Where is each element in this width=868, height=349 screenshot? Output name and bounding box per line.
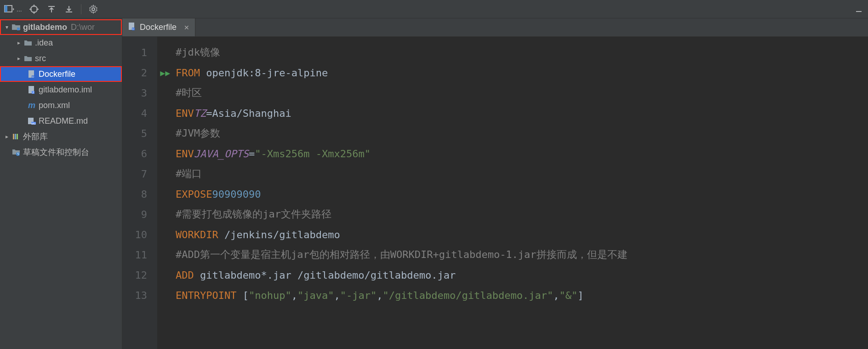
chevron-right-icon[interactable]: ▸ (3, 133, 11, 140)
gutter-line[interactable]: 6 (122, 143, 157, 164)
code-line[interactable]: #需要打包成镜像的jar文件夹路径 (176, 204, 868, 224)
code-line[interactable]: #端口 (176, 164, 868, 184)
code-line[interactable]: ENV TZ=Asia/Shanghai (176, 103, 868, 123)
tree-item-label: 外部库 (23, 131, 48, 142)
project-name-label: gitlabdemo (23, 23, 67, 32)
gutter-line[interactable]: 13 (122, 285, 157, 305)
tree-item-label: 草稿文件和控制台 (23, 147, 89, 158)
toolbar-separator (81, 4, 81, 14)
tree-item-label: gitlabdemo.iml (39, 85, 92, 95)
tree-item-label: .idea (35, 38, 53, 48)
tree-item-label: pom.xml (39, 101, 70, 110)
close-icon[interactable]: ✕ (184, 24, 189, 31)
dockerfile-icon: D (27, 70, 37, 78)
code-line[interactable]: ENV JAVA_OPTS="-Xms256m -Xmx256m" (176, 143, 868, 164)
scratches-icon (11, 149, 21, 156)
svg-rect-25 (17, 134, 18, 139)
code-pane: 12▶▶345678910111213 #jdk镜像FROM openjdk:8… (122, 37, 868, 349)
svg-text:D: D (132, 28, 135, 30)
tree-file-iml[interactable]: J gitlabdemo.iml (0, 82, 122, 97)
code-line[interactable]: #时区 (176, 83, 868, 103)
tree-external-libs[interactable]: ▸ 外部库 (0, 129, 122, 144)
collapse-all-icon[interactable] (63, 4, 74, 15)
maven-icon: m (27, 101, 37, 110)
tree-item-label: Dockerfile (39, 69, 75, 79)
project-path-label: D:\wor (71, 23, 95, 32)
tree-item-label: src (35, 54, 46, 63)
code-line[interactable]: #JVM参数 (176, 123, 868, 143)
project-folder-icon (11, 23, 21, 31)
code-line[interactable]: #jdk镜像 (176, 42, 868, 63)
hide-icon[interactable] (853, 4, 864, 15)
svg-point-11 (92, 8, 95, 11)
svg-rect-1 (5, 6, 7, 12)
code-line[interactable]: EXPOSE 9090 9090 (176, 184, 868, 204)
gutter-line[interactable]: 10 (122, 224, 157, 245)
svg-point-2 (31, 6, 37, 12)
tree-folder-idea[interactable]: ▸ .idea (0, 35, 122, 51)
main-split: ▾ gitlabdemo D:\wor ▸ .idea ▸ src D Dock… (0, 18, 868, 349)
tree-folder-src[interactable]: ▸ src (0, 51, 122, 66)
code-body[interactable]: #jdk镜像FROM openjdk:8-jre-alpine#时区ENV TZ… (157, 37, 868, 349)
code-line[interactable]: FROM openjdk:8-jre-alpine (176, 63, 868, 83)
gutter-line[interactable]: 2▶▶ (122, 63, 157, 83)
gutter-line[interactable]: 4 (122, 103, 157, 123)
gutter-line[interactable]: 8 (122, 184, 157, 204)
chevron-right-icon[interactable]: ▸ (15, 55, 23, 62)
svg-text:D: D (32, 75, 34, 78)
settings-icon[interactable] (88, 4, 99, 15)
project-sidebar: ▾ gitlabdemo D:\wor ▸ .idea ▸ src D Dock… (0, 18, 122, 349)
svg-text:J: J (33, 91, 34, 94)
svg-rect-23 (13, 134, 14, 139)
gutter-line[interactable]: 3 (122, 83, 157, 103)
chevron-down-icon[interactable]: ▾ (3, 24, 11, 30)
gutter: 12▶▶345678910111213 (122, 37, 157, 349)
gutter-line[interactable]: 12 (122, 265, 157, 285)
libraries-icon (11, 133, 21, 140)
svg-rect-24 (15, 134, 16, 139)
expand-all-icon[interactable] (46, 4, 57, 15)
code-line[interactable]: ENTRYPOINT ["nohup","java","-jar","/gitl… (176, 285, 868, 305)
gutter-line[interactable]: 7 (122, 164, 157, 184)
project-view-dropdown-icon[interactable] (4, 4, 15, 15)
folder-icon (23, 40, 33, 46)
markdown-icon: MD (27, 117, 37, 125)
tree-project-root[interactable]: ▾ gitlabdemo D:\wor (0, 19, 122, 35)
code-line[interactable]: #ADD第一个变量是宿主机jar包的相对路径，由WORKDIR+gitlabde… (176, 245, 868, 265)
code-line[interactable]: WORKDIR /jenkins/gitlabdemo (176, 224, 868, 245)
tree-file-pom[interactable]: m pom.xml (0, 97, 122, 113)
tree-scratches[interactable]: 草稿文件和控制台 (0, 144, 122, 160)
tree-file-readme[interactable]: MD README.md (0, 113, 122, 129)
gutter-line[interactable]: 5 (122, 123, 157, 143)
editor-tab-bar: D Dockerfile ✕ (122, 18, 868, 37)
dockerfile-icon: D (128, 22, 136, 33)
locate-icon[interactable] (29, 4, 40, 15)
chevron-right-icon[interactable]: ▸ (15, 40, 23, 46)
gutter-line[interactable]: 1 (122, 42, 157, 63)
editor-area: D Dockerfile ✕ 12▶▶345678910111213 #jdk镜… (122, 18, 868, 349)
run-gutter-icon[interactable]: ▶▶ (160, 68, 170, 78)
gutter-line[interactable]: 11 (122, 245, 157, 265)
svg-rect-13 (17, 28, 20, 30)
project-toolbar: ... (0, 0, 868, 18)
folder-icon (23, 55, 33, 62)
tab-dockerfile[interactable]: D Dockerfile ✕ (122, 18, 195, 36)
tree-file-dockerfile[interactable]: D Dockerfile (0, 66, 122, 82)
tab-label: Dockerfile (140, 23, 177, 32)
code-line[interactable]: ADD gitlabdemo*.jar /gitlabdemo/gitlabde… (176, 265, 868, 285)
iml-icon: J (27, 86, 37, 94)
gutter-line[interactable]: 9 (122, 204, 157, 224)
svg-text:MD: MD (31, 122, 36, 125)
tree-item-label: README.md (39, 116, 88, 126)
